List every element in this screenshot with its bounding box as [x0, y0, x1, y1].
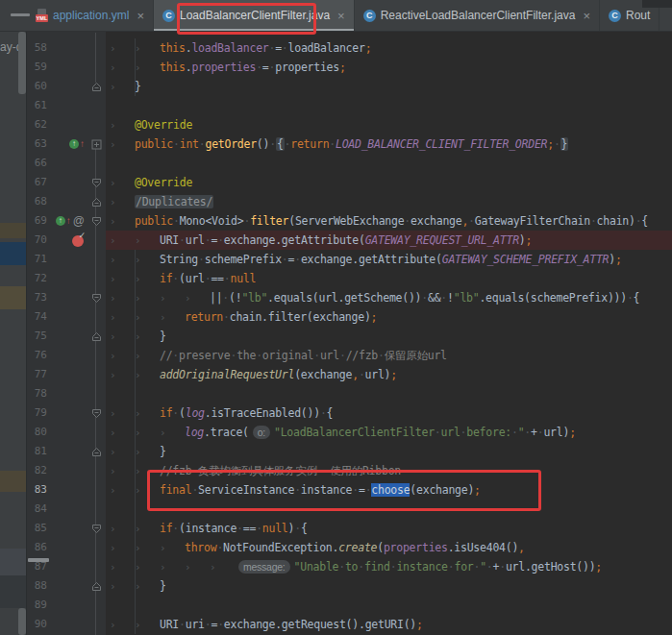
line-number[interactable]: 89	[27, 596, 52, 615]
project-row[interactable]	[0, 471, 27, 492]
overrides-method-icon[interactable]: ↑↑	[69, 139, 85, 149]
code-token: ·(url·==·	[172, 272, 230, 285]
fold-collapse-icon[interactable]	[87, 403, 106, 423]
fold-collapse-icon[interactable]	[87, 327, 106, 346]
line-number[interactable]: 85	[27, 519, 52, 538]
code-line-content[interactable]	[106, 96, 672, 115]
code-line-content[interactable]: ››if·(log.isTraceEnabled())·{	[106, 403, 672, 423]
fold-expand-icon[interactable]	[87, 134, 106, 154]
code-line-content[interactable]: ››//·preserve·the·original·url·//fzb·保留原…	[106, 346, 672, 365]
line-number[interactable]: 86	[27, 538, 52, 557]
line-number[interactable]: 68	[27, 192, 52, 211]
line-number[interactable]: 61	[27, 96, 52, 115]
code-line-content[interactable]: ››}	[106, 442, 672, 461]
line-number[interactable]: 84	[27, 500, 52, 519]
tab-whitespace-icon: ›	[135, 308, 160, 327]
project-row-selected[interactable]	[0, 242, 27, 265]
line-number[interactable]: 88	[27, 576, 52, 596]
fold-collapse-icon[interactable]	[87, 519, 106, 538]
tab-close-icon[interactable]: ×	[337, 10, 345, 22]
code-line-content[interactable]: ››URI·uri·=·exchange.getRequest().getURI…	[106, 615, 672, 634]
line-number[interactable]: 76	[27, 346, 52, 365]
fold-collapse-icon[interactable]	[87, 576, 106, 596]
code-line-content[interactable]: ››if·(instance·==·null)·{	[106, 519, 672, 538]
code-token: )·{	[288, 522, 308, 535]
line-number[interactable]: 74	[27, 307, 52, 327]
line-number[interactable]: 80	[27, 423, 52, 442]
code-line-content[interactable]: ›/Duplicates/	[106, 192, 672, 211]
code-line-content[interactable]	[106, 154, 672, 173]
line-number[interactable]: 72	[27, 269, 52, 288]
code-line-content[interactable]: ››addOriginalRequestUrl(exchange,·url);	[106, 365, 672, 384]
breakpoint-icon[interactable]: ✓	[72, 234, 85, 247]
code-line-content[interactable]: ››}	[106, 327, 672, 346]
code-line-content[interactable]	[106, 596, 672, 615]
code-line-content[interactable]: ›››››message:"Unable·to·find·instance·fo…	[106, 557, 672, 576]
folded-region-chip[interactable]: /Duplicates/	[135, 195, 213, 208]
code-line-content[interactable]: ›public·Mono<Void>·filter(ServerWebExcha…	[106, 211, 672, 231]
code-line-content[interactable]: ››this.properties·=·properties;	[106, 58, 672, 77]
project-row[interactable]	[0, 575, 27, 608]
code-line-content[interactable]: ››String·schemePrefix·=·exchange.getAttr…	[106, 250, 672, 269]
fold-collapse-icon[interactable]	[87, 77, 106, 96]
tab-close-icon[interactable]: ×	[137, 10, 144, 22]
code-line-content[interactable]: ››››||·(!"lb".equals(url.getScheme())·&&…	[106, 288, 672, 307]
line-number[interactable]: 70	[27, 231, 52, 250]
code-line-content[interactable]: ›}	[106, 77, 672, 96]
tab-close-icon[interactable]: ×	[583, 10, 590, 22]
line-number[interactable]: 81	[27, 442, 52, 461]
fold-collapse-icon[interactable]	[87, 192, 106, 211]
project-scrollbar-thumb[interactable]	[18, 32, 26, 94]
line-number[interactable]: 77	[27, 365, 52, 384]
line-number[interactable]: 67	[27, 173, 52, 192]
line-number[interactable]: 62	[27, 115, 52, 134]
code-token: ·	[329, 137, 336, 151]
project-panel-sliver[interactable]: ay-de	[0, 32, 27, 635]
line-number[interactable]: 71	[27, 250, 52, 269]
project-row[interactable]	[0, 549, 27, 575]
overrides-method-icon[interactable]: ↑↑	[56, 216, 71, 226]
code-line-content[interactable]: ›››return·chain.filter(exchange);	[106, 307, 672, 327]
code-token: properties	[191, 61, 256, 74]
line-number[interactable]: 78	[27, 384, 52, 403]
code-token: }	[160, 445, 166, 458]
line-number[interactable]: 58	[27, 38, 52, 58]
tab-application-yml[interactable]: YMLapplication.yml×	[27, 0, 154, 31]
code-token: ·+·url)	[524, 426, 569, 439]
code-line-74: 74›››return·chain.filter(exchange);	[27, 307, 672, 327]
code-line-content[interactable]: ››if·(url·==·null	[106, 269, 672, 288]
line-number[interactable]: 90	[27, 615, 52, 634]
code-line-content[interactable]: ›public·int·getOrder()·{·return·LOAD_BAL…	[106, 134, 672, 154]
code-line-content[interactable]: ››}	[106, 576, 672, 596]
fold-collapse-icon[interactable]	[87, 211, 106, 231]
fold-collapse-icon[interactable]	[87, 173, 106, 192]
code-line-content[interactable]: ››URI·url·=·exchange.getAttribute(GATEWA…	[106, 231, 672, 250]
fold-slot	[87, 58, 106, 77]
line-number[interactable]: 82	[27, 461, 52, 480]
fold-collapse-icon[interactable]	[87, 442, 106, 461]
code-line-content[interactable]	[106, 384, 672, 403]
line-number[interactable]: 75	[27, 327, 52, 346]
line-number[interactable]: 66	[27, 154, 52, 173]
tab-reactive-load-balancer-client-filter[interactable]: CReactiveLoadBalancerClientFilter.java×	[355, 0, 600, 31]
project-scrollbar-thumb[interactable]	[18, 608, 26, 635]
code-token: ·chain.filter(exchange)	[223, 310, 371, 324]
code-editor[interactable]: 58››this.loadBalancer·=·loadBalancer;59›…	[27, 38, 672, 634]
fold-collapse-icon[interactable]	[87, 288, 106, 307]
line-number[interactable]: 60	[27, 77, 52, 96]
line-number[interactable]: 63	[27, 134, 52, 154]
line-number[interactable]: 59	[27, 58, 52, 77]
code-line-content[interactable]: ›››log.trace(o:"LoadBalancerClientFilter…	[106, 423, 672, 442]
code-line-content[interactable]: ›@Override	[106, 173, 672, 192]
line-number[interactable]: 83	[27, 480, 52, 500]
code-line-content[interactable]: ›››throw·NotFoundException.create(proper…	[106, 538, 672, 557]
code-line-content[interactable]: ››this.loadBalancer·=·loadBalancer;	[106, 38, 672, 58]
folded-region-chip[interactable]: {	[276, 137, 285, 151]
line-number[interactable]: 79	[27, 403, 52, 423]
code-line-content[interactable]: ›@Override	[106, 115, 672, 134]
folded-region-chip[interactable]: }	[560, 137, 569, 151]
project-row[interactable]	[0, 223, 27, 238]
line-number[interactable]: 69	[27, 211, 52, 231]
line-number[interactable]: 73	[27, 288, 52, 307]
project-row[interactable]	[0, 286, 27, 309]
